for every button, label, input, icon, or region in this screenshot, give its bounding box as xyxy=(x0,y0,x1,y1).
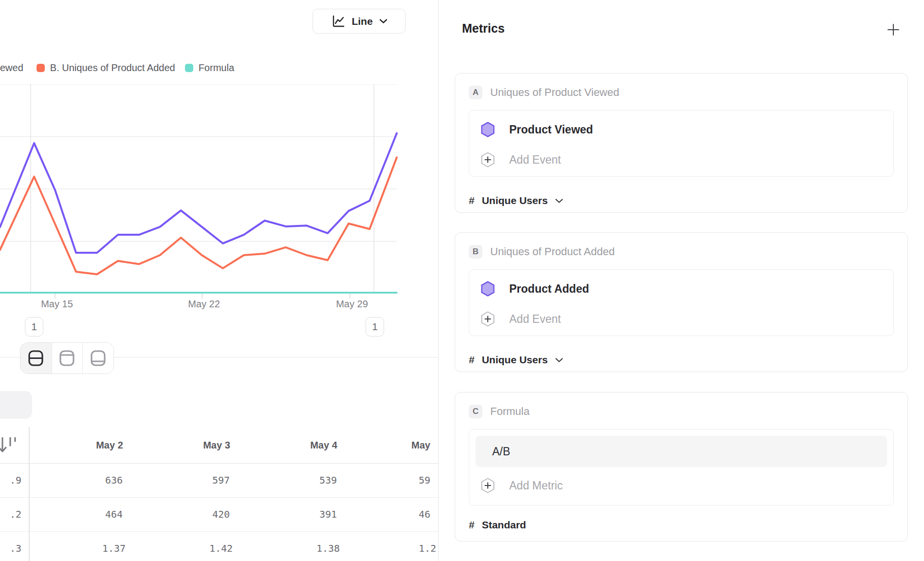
table-cell: 1.42 xyxy=(172,531,270,561)
table-cell: 1.2 xyxy=(419,531,438,561)
x-axis-tick-label: May 15 xyxy=(28,299,86,310)
legend-item-formula[interactable]: Formula xyxy=(185,62,234,74)
legend-swatch-orange xyxy=(37,64,45,72)
metric-badge: B xyxy=(469,245,482,259)
analytics-report-page: Line ewed B. Uniques of Product Added Fo… xyxy=(0,0,924,561)
event-hexagon-icon xyxy=(481,281,495,297)
metric-card-a: A Uniques of Product Viewed Product View… xyxy=(455,73,908,213)
line-chart-icon xyxy=(331,14,345,29)
number-type-icon: # xyxy=(469,519,475,531)
series-line xyxy=(0,157,397,274)
metric-title: Uniques of Product Viewed xyxy=(490,86,619,99)
view-toggle-split[interactable] xyxy=(20,343,52,374)
row-header-fragment: .9 xyxy=(0,463,21,497)
line-chart-plot: May 15 May 22 May 29 1 1 xyxy=(0,84,438,357)
number-type-icon: # xyxy=(469,354,475,366)
column-header[interactable]: May 2 xyxy=(61,427,158,463)
split-view-icon xyxy=(27,350,44,367)
measure-label: Unique Users xyxy=(482,195,548,206)
legend-item-b[interactable]: B. Uniques of Product Added xyxy=(37,62,175,74)
event-list: Product Viewed Add Event xyxy=(469,110,894,177)
legend-label: Formula xyxy=(199,62,234,74)
table-cell: 1.37 xyxy=(65,531,163,561)
metric-badge: C xyxy=(469,405,482,418)
metric-card-header: B Uniques of Product Added xyxy=(469,244,894,259)
event-hexagon-icon xyxy=(481,122,495,137)
plus-icon xyxy=(886,22,901,37)
add-event-hexagon-plus-icon xyxy=(481,311,495,327)
chevron-down-icon xyxy=(555,198,563,204)
metric-card-header: A Uniques of Product Viewed xyxy=(469,85,894,100)
metric-card-c: C Formula A/B Add Metric # Standard xyxy=(455,392,908,542)
metrics-panel: Metrics A Uniques of Product Viewed Prod… xyxy=(438,0,924,561)
legend-swatch-teal xyxy=(185,64,193,72)
add-event-hexagon-plus-icon xyxy=(481,478,495,493)
table-cell: 1.38 xyxy=(279,531,377,561)
view-toggle-table-bottom[interactable] xyxy=(82,343,113,374)
event-row[interactable]: Product Viewed xyxy=(481,122,882,137)
event-name: Product Viewed xyxy=(509,123,593,136)
legend-label: B. Uniques of Product Added xyxy=(50,62,175,74)
formula-editor: A/B Add Metric xyxy=(469,429,894,505)
x-axis-tick-label: May 22 xyxy=(175,299,233,310)
column-divider xyxy=(29,427,30,561)
measure-selector[interactable]: # Unique Users xyxy=(469,352,894,368)
number-type-icon: # xyxy=(469,195,475,206)
add-metric-row[interactable]: Add Metric xyxy=(481,478,882,493)
formula-input[interactable]: A/B xyxy=(476,436,887,467)
add-event-row[interactable]: Add Event xyxy=(481,311,882,327)
chart-top-view-icon xyxy=(58,350,75,367)
legend-item-clipped[interactable]: ewed xyxy=(0,62,23,74)
clipped-tab[interactable] xyxy=(0,391,32,419)
table-cell: 539 xyxy=(279,463,377,497)
table-cell: 636 xyxy=(65,463,163,497)
measure-selector[interactable]: # Standard xyxy=(469,517,894,533)
chevron-down-icon xyxy=(555,357,563,363)
chart-type-button[interactable]: Line xyxy=(313,9,406,34)
column-header[interactable]: May 3 xyxy=(168,427,265,463)
row-header-fragment: .3 xyxy=(0,531,21,561)
table-bottom-view-icon xyxy=(90,350,107,367)
metric-title: Formula xyxy=(490,405,530,418)
table-cell: 59 xyxy=(419,463,438,497)
legend-label: ewed xyxy=(0,62,23,74)
sort-descending-icon[interactable] xyxy=(0,436,18,455)
chart-type-label: Line xyxy=(351,16,372,27)
add-event-label: Add Event xyxy=(509,313,561,326)
panel-title: Metrics xyxy=(462,21,505,36)
metric-card-b: B Uniques of Product Added Product Added… xyxy=(455,232,908,372)
add-event-row[interactable]: Add Event xyxy=(481,152,882,168)
add-metric-label: Add Metric xyxy=(509,479,563,492)
add-metric-button[interactable] xyxy=(886,22,901,37)
table-cell: 391 xyxy=(279,497,377,531)
add-event-hexagon-plus-icon xyxy=(481,152,495,168)
column-header[interactable]: May xyxy=(411,427,438,463)
table-cell: 420 xyxy=(172,497,270,531)
column-header[interactable]: May 4 xyxy=(275,427,372,463)
table-cell: 46 xyxy=(419,497,438,531)
measure-label: Unique Users xyxy=(482,354,548,366)
measure-selector[interactable]: # Unique Users xyxy=(469,193,894,208)
table-cell: 597 xyxy=(172,463,270,497)
annotation-badge[interactable]: 1 xyxy=(366,317,384,337)
x-axis-tick-label: May 29 xyxy=(323,299,381,310)
line-chart-canvas[interactable] xyxy=(0,84,438,301)
add-event-label: Add Event xyxy=(509,153,561,167)
measure-label: Standard xyxy=(482,519,526,531)
view-toggle-chart-top[interactable] xyxy=(52,343,83,374)
chart-legend: ewed B. Uniques of Product Added Formula xyxy=(0,61,234,74)
row-header-fragment: .2 xyxy=(0,497,21,531)
annotation-badge[interactable]: 1 xyxy=(25,317,43,337)
chevron-down-icon xyxy=(379,19,388,24)
event-name: Product Added xyxy=(509,282,589,296)
data-table: May 2May 3May 4May.963659753959.24644203… xyxy=(0,427,438,561)
metric-title: Uniques of Product Added xyxy=(490,245,615,258)
metric-badge: A xyxy=(469,86,482,99)
table-cell: 464 xyxy=(65,497,163,531)
event-row[interactable]: Product Added xyxy=(481,281,882,297)
event-list: Product Added Add Event xyxy=(469,269,894,336)
view-toggle xyxy=(20,342,114,374)
metric-card-header: C Formula xyxy=(469,404,894,419)
report-content: Line ewed B. Uniques of Product Added Fo… xyxy=(0,0,438,561)
